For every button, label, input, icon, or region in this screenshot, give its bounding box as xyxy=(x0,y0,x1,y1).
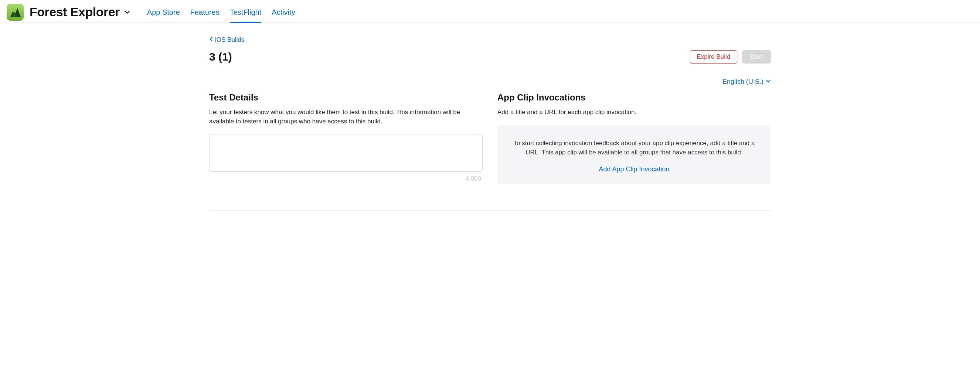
tab-app-store[interactable]: App Store xyxy=(147,2,180,22)
app-clip-section: App Clip Invocations Add a title and a U… xyxy=(497,92,771,184)
title-row: 3 (1) Expire Build Save xyxy=(209,50,771,71)
breadcrumb-back[interactable]: iOS Builds xyxy=(209,36,244,44)
columns: Test Details Let your testers know what … xyxy=(209,92,771,184)
locale-label: English (U.S.) xyxy=(722,78,764,86)
chevron-left-icon xyxy=(209,36,213,44)
app-clip-empty-message: To start collecting invocation feedback … xyxy=(512,138,756,157)
svg-rect-0 xyxy=(6,4,24,21)
expire-build-button[interactable]: Expire Build xyxy=(690,50,738,63)
tab-testflight[interactable]: TestFlight xyxy=(230,2,262,22)
save-button: Save xyxy=(742,50,771,63)
add-app-clip-invocation-link[interactable]: Add App Clip Invocation xyxy=(599,165,669,173)
chevron-down-icon xyxy=(766,78,771,86)
app-clip-description: Add a title and a URL for each app clip … xyxy=(497,108,771,117)
content: iOS Builds 3 (1) Expire Build Save Engli… xyxy=(209,23,771,211)
test-details-description: Let your testers know what you would lik… xyxy=(209,108,483,126)
app-icon xyxy=(6,4,24,21)
test-details-textarea-wrap: 4,000 xyxy=(209,134,483,174)
build-title: 3 (1) xyxy=(209,51,232,63)
test-details-section: Test Details Let your testers know what … xyxy=(209,92,483,184)
test-details-heading: Test Details xyxy=(209,92,483,103)
test-details-input[interactable] xyxy=(209,134,483,172)
char-count: 4,000 xyxy=(465,175,481,182)
nav-tabs: App Store Features TestFlight Activity xyxy=(147,2,295,22)
app-clip-heading: App Clip Invocations xyxy=(497,92,771,103)
app-header: Forest Explorer App Store Features TestF… xyxy=(0,0,980,23)
breadcrumb-label: iOS Builds xyxy=(215,36,244,44)
chevron-down-icon xyxy=(123,8,131,16)
app-name: Forest Explorer xyxy=(30,5,120,19)
tab-features[interactable]: Features xyxy=(190,2,220,22)
title-actions: Expire Build Save xyxy=(690,50,771,63)
app-switcher[interactable]: Forest Explorer xyxy=(30,5,131,19)
locale-selector[interactable]: English (U.S.) xyxy=(722,78,771,86)
divider xyxy=(209,210,771,211)
locale-row: English (U.S.) xyxy=(209,71,771,89)
tab-activity[interactable]: Activity xyxy=(272,2,295,22)
app-clip-empty-box: To start collecting invocation feedback … xyxy=(497,125,771,184)
